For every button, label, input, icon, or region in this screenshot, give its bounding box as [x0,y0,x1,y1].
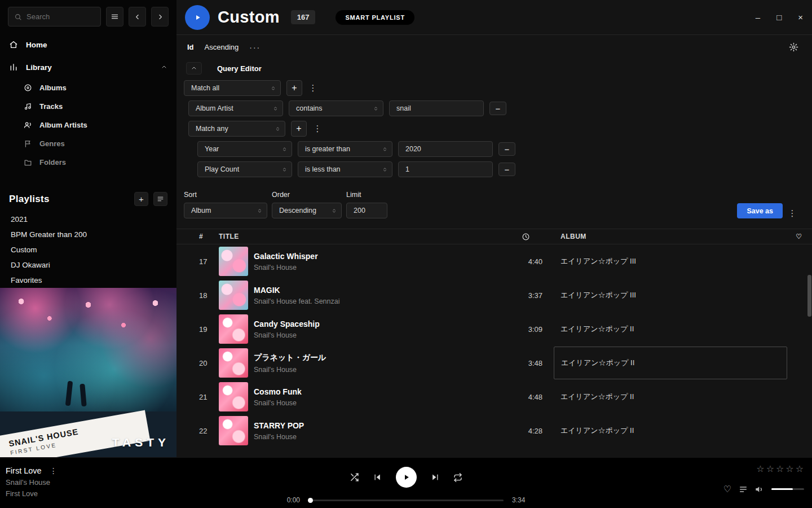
column-header-duration[interactable] [509,233,542,241]
volume-button[interactable] [755,485,764,494]
maximize-button[interactable]: □ [776,12,782,22]
rule-operator-select[interactable]: is greater than [298,141,392,157]
track-row[interactable]: 19 Candy Spaceship Snail's House 3:09 エイ… [176,312,812,346]
track-title[interactable]: Galactic Whisper [254,252,318,261]
remove-rule-button[interactable]: − [498,163,515,176]
track-album[interactable]: エイリアン☆ポップ III [561,256,786,266]
sort-field-button[interactable]: Id [187,43,194,51]
sort-select[interactable]: Album [184,203,267,218]
star-icon[interactable]: ☆ [785,463,793,474]
favorite-button[interactable]: ♡ [723,484,731,494]
track-row[interactable]: 20 プラネット・ガール Snail's House 3:48 エイリアン☆ポッ… [176,346,812,380]
repeat-button[interactable] [453,473,462,482]
menu-button[interactable] [106,7,123,27]
sidebar-item-folders[interactable]: Folders [0,153,176,172]
track-artist[interactable]: Snail's House [254,433,304,441]
add-playlist-button[interactable]: + [134,192,148,206]
track-album-art[interactable] [219,382,248,411]
playlist-item[interactable]: 2021 [0,212,176,227]
column-header-album[interactable]: ALBUM [561,233,786,240]
track-album-art[interactable] [219,281,248,310]
settings-gear-icon[interactable] [789,42,798,52]
playlist-item[interactable]: Favorites [0,273,176,288]
nav-back-button[interactable] [129,7,146,27]
add-rule-button[interactable]: + [286,80,302,96]
rule-value-input[interactable] [398,161,493,177]
track-title[interactable]: STARRY POP [254,421,304,430]
nav-forward-button[interactable] [151,7,169,27]
track-title[interactable]: Cosmo Funk [254,387,302,396]
sidebar-item-tracks[interactable]: Tracks [0,97,176,116]
sidebar-item-albums[interactable]: Albums [0,78,176,97]
track-album-art[interactable] [219,416,248,445]
limit-input[interactable] [346,203,387,218]
seek-handle[interactable] [308,498,313,503]
track-row[interactable]: 21 Cosmo Funk Snail's House 4:48 エイリアン☆ポ… [176,380,812,414]
rule-field-select[interactable]: Play Count [197,161,292,177]
track-album-art[interactable] [219,314,248,344]
star-icon[interactable]: ☆ [776,463,784,474]
minimize-button[interactable]: – [756,12,760,22]
track-title[interactable]: プラネット・ガール [254,353,326,363]
order-select[interactable]: Descending [272,203,342,218]
save-as-button[interactable]: Save as [737,203,783,218]
track-album-art[interactable] [219,348,248,378]
column-header-favorite[interactable]: ♡ [786,233,812,240]
search-input[interactable] [8,7,101,27]
track-album[interactable]: エイリアン☆ポップ II [561,324,786,334]
rule-operator-select[interactable]: is less than [298,161,392,177]
star-icon[interactable]: ☆ [766,463,774,474]
playlist-list-button[interactable] [153,192,167,206]
now-playing-title[interactable]: First Love [6,466,42,475]
search-input-field[interactable] [27,12,95,21]
group-menu-button[interactable]: ⋮ [312,124,323,134]
sidebar-item-genres[interactable]: Genres [0,134,176,153]
rule-field-select[interactable]: Album Artist [188,100,283,116]
now-playing-album[interactable]: First Love [6,489,58,498]
track-artist[interactable]: Snail's House [254,331,320,339]
track-artist[interactable]: Snail's House [254,399,302,407]
rule-field-select[interactable]: Year [197,141,292,157]
track-album[interactable]: エイリアン☆ポップ II [561,426,786,436]
save-menu-button[interactable]: ⋮ [787,208,797,218]
playlist-item[interactable]: Custom [0,242,176,257]
match-type-select[interactable]: Match all [184,80,281,96]
sidebar-item-album-artists[interactable]: Album Artists [0,116,176,134]
track-row[interactable]: 22 STARRY POP Snail's House 4:28 エイリアン☆ポ… [176,414,812,448]
track-album-focused[interactable]: エイリアン☆ポップ II [561,347,786,379]
previous-button[interactable] [373,473,382,481]
now-playing-menu-button[interactable]: ⋮ [50,466,58,475]
rule-operator-select[interactable]: contains [289,100,383,116]
track-row[interactable]: 18 MAGIK Snail's House feat. Sennzai 3:3… [176,278,812,312]
track-album[interactable]: エイリアン☆ポップ II [561,392,786,402]
rule-value-input[interactable] [389,100,484,116]
now-playing-artist[interactable]: Snail's House [6,478,58,487]
shuffle-button[interactable] [350,472,359,482]
queue-button[interactable] [739,485,748,494]
play-playlist-button[interactable] [185,5,210,30]
next-button[interactable] [431,473,439,481]
collapse-query-editor-button[interactable] [186,62,202,75]
rule-value-input[interactable] [398,141,493,157]
track-artist[interactable]: Snail's House [254,264,318,271]
volume-slider[interactable] [771,488,804,490]
vertical-scrollbar[interactable] [807,275,811,317]
add-group-rule-button[interactable]: + [291,121,307,137]
track-album[interactable]: エイリアン☆ポップ III [561,290,786,300]
rule-group-menu-button[interactable]: ⋮ [308,83,318,93]
group-match-type-select[interactable]: Match any [188,121,285,137]
focused-cell-outline[interactable]: エイリアン☆ポップ II [554,347,787,379]
remove-rule-button[interactable]: − [489,102,506,115]
now-playing-cover-art[interactable]: SNAIL'S HOUSE FIRST LOVE TASTY [0,288,176,457]
sort-order-button[interactable]: Ascending [205,43,239,51]
chevron-up-icon[interactable] [161,64,167,71]
more-options-button[interactable]: ··· [249,43,261,52]
column-header-title[interactable]: TITLE [219,233,509,240]
track-row[interactable]: 17 Galactic Whisper Snail's House 4:40 エ… [176,244,812,278]
track-title[interactable]: MAGIK [254,286,339,295]
track-artist[interactable]: Snail's House [254,366,326,374]
star-icon[interactable]: ☆ [796,463,804,474]
remove-rule-button[interactable]: − [498,142,515,156]
track-artist[interactable]: Snail's House feat. Sennzai [254,297,339,305]
track-title[interactable]: Candy Spaceship [254,319,320,329]
